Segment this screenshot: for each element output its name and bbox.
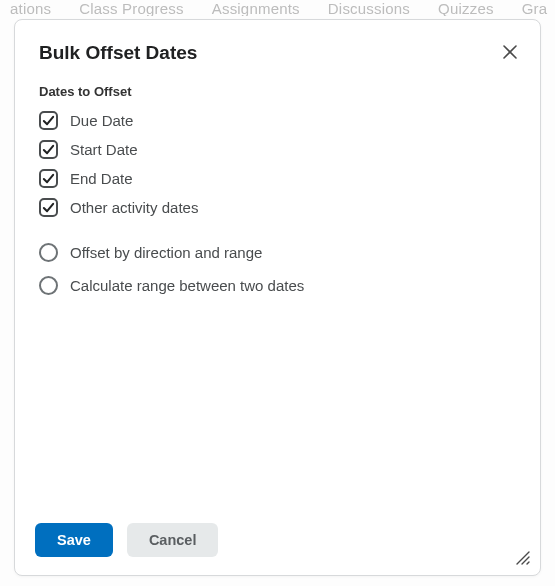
- checkbox-group: Due Date Start Date End Date Other activ…: [15, 105, 540, 217]
- close-button[interactable]: [496, 38, 524, 66]
- checkbox-end-date[interactable]: End Date: [39, 169, 516, 188]
- resize-handle[interactable]: [514, 549, 530, 565]
- radio-icon: [39, 276, 58, 295]
- checkbox-label: Start Date: [70, 141, 138, 158]
- checkbox-label: End Date: [70, 170, 133, 187]
- radio-label: Calculate range between two dates: [70, 277, 304, 294]
- checkbox-label: Other activity dates: [70, 199, 198, 216]
- dates-to-offset-label: Dates to Offset: [15, 70, 540, 105]
- background-nav: ations Class Progress Assignments Discus…: [0, 0, 555, 16]
- radio-icon: [39, 243, 58, 262]
- cancel-button[interactable]: Cancel: [127, 523, 219, 558]
- checkbox-icon: [39, 140, 58, 159]
- radio-offset-by-direction-and-range[interactable]: Offset by direction and range: [39, 243, 516, 262]
- bulk-offset-dates-dialog: Bulk Offset Dates Dates to Offset Due Da…: [14, 19, 541, 576]
- radio-calculate-range-between-two-dates[interactable]: Calculate range between two dates: [39, 276, 516, 295]
- checkbox-label: Due Date: [70, 112, 133, 129]
- checkbox-start-date[interactable]: Start Date: [39, 140, 516, 159]
- checkbox-icon: [39, 111, 58, 130]
- resize-handle-icon: [514, 549, 530, 565]
- checkbox-due-date[interactable]: Due Date: [39, 111, 516, 130]
- save-button[interactable]: Save: [35, 523, 113, 558]
- svg-line-4: [527, 562, 529, 564]
- checkbox-other-activity-dates[interactable]: Other activity dates: [39, 198, 516, 217]
- checkbox-icon: [39, 169, 58, 188]
- dialog-title: Bulk Offset Dates: [39, 42, 516, 64]
- offset-method-radio-group: Offset by direction and range Calculate …: [15, 217, 540, 295]
- checkbox-icon: [39, 198, 58, 217]
- radio-label: Offset by direction and range: [70, 244, 262, 261]
- close-icon: [503, 45, 517, 59]
